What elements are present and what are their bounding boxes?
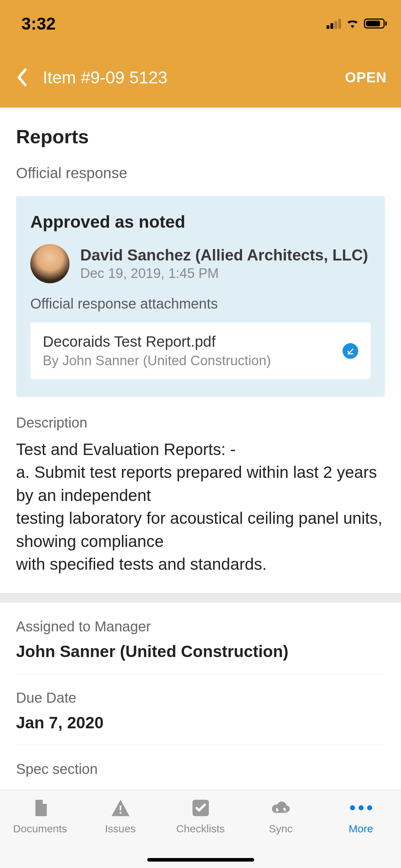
section-divider	[0, 593, 401, 603]
tab-label: Issues	[105, 823, 136, 835]
cellular-signal-icon	[327, 18, 341, 29]
responder-name: David Sanchez (Allied Architects, LLC)	[80, 246, 368, 264]
tab-documents[interactable]: Documents	[0, 797, 80, 868]
tab-sync[interactable]: Sync	[241, 797, 321, 868]
description-body: Test and Evaluation Reports: - a. Submit…	[16, 438, 385, 575]
battery-icon	[364, 19, 387, 29]
status-time: 3:32	[21, 14, 56, 33]
spec-section-label: Spec section	[16, 761, 385, 777]
tab-label: Sync	[269, 823, 293, 835]
wifi-icon	[345, 17, 360, 30]
back-button[interactable]	[14, 67, 29, 88]
attachment-item[interactable]: Decoraids Test Report.pdf By John Sanner…	[30, 322, 371, 379]
tab-label: Documents	[13, 823, 67, 835]
description-label: Description	[16, 415, 385, 431]
content-scroll[interactable]: Reports Official response Approved as no…	[0, 108, 401, 790]
tab-label: Checklists	[176, 823, 225, 835]
status-icons	[327, 17, 387, 30]
warning-icon	[108, 797, 133, 818]
svg-rect-1	[119, 812, 121, 813]
tab-more[interactable]: More	[321, 797, 401, 868]
more-icon	[349, 797, 374, 818]
checkbox-icon	[188, 797, 213, 818]
avatar	[30, 244, 70, 283]
cloud-sync-icon	[268, 797, 293, 818]
status-bar: 3:32	[0, 0, 401, 47]
assigned-to-section[interactable]: Assigned to Manager John Sanner (United …	[16, 603, 385, 674]
tab-label: More	[349, 823, 373, 835]
download-complete-icon	[343, 343, 358, 359]
attachment-uploader: By John Sanner (United Construction)	[43, 353, 271, 368]
document-icon	[28, 797, 53, 818]
home-indicator[interactable]	[147, 858, 254, 862]
due-date-label: Due Date	[16, 690, 385, 706]
page-header-title: Item #9-09 5123	[43, 68, 168, 87]
due-date-value: Jan 7, 2020	[16, 713, 385, 732]
page-title: Reports	[16, 125, 385, 148]
tab-bar: Documents Issues Checklists Sync More	[0, 790, 401, 868]
svg-rect-0	[119, 805, 121, 810]
attachments-label: Official response attachments	[30, 296, 371, 312]
spec-section[interactable]: Spec section	[16, 745, 385, 790]
official-response-card: Approved as noted David Sanchez (Allied …	[16, 196, 385, 397]
responder-date: Dec 19, 2019, 1:45 PM	[80, 266, 368, 281]
response-status: Approved as noted	[30, 212, 371, 232]
attachment-name: Decoraids Test Report.pdf	[43, 333, 271, 350]
header-status-badge: OPEN	[345, 69, 387, 86]
assigned-to-label: Assigned to Manager	[16, 619, 385, 635]
official-response-label: Official response	[16, 165, 385, 182]
navigation-header: Item #9-09 5123 OPEN	[0, 47, 401, 108]
tab-checklists[interactable]: Checklists	[160, 797, 241, 868]
tab-issues[interactable]: Issues	[80, 797, 160, 868]
assigned-to-value: John Sanner (United Construction)	[16, 642, 385, 661]
due-date-section[interactable]: Due Date Jan 7, 2020	[16, 674, 385, 745]
